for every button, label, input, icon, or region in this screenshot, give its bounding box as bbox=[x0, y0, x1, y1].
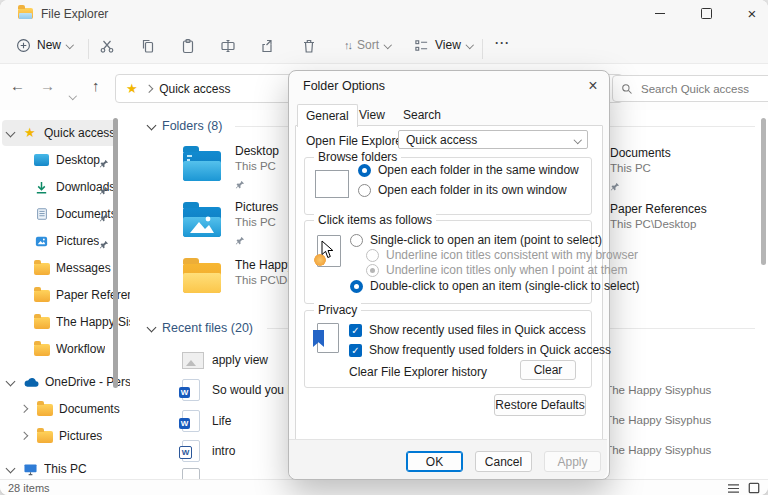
radio-disabled-selected-icon bbox=[366, 264, 379, 277]
desktop-folder-icon bbox=[183, 151, 221, 181]
recent-file-name: intro bbox=[212, 444, 235, 458]
details-view-icon[interactable] bbox=[727, 483, 740, 494]
recent-locations-button[interactable] bbox=[70, 84, 76, 102]
folder-icon bbox=[34, 263, 50, 275]
sidebar-item-onedrive-documents[interactable]: Documents bbox=[0, 396, 145, 422]
view-button[interactable]: View bbox=[408, 31, 478, 59]
pin-icon bbox=[235, 232, 245, 250]
view-icon bbox=[414, 38, 429, 53]
sidebar-item-desktop[interactable]: Desktop bbox=[0, 147, 145, 173]
cut-button[interactable] bbox=[94, 33, 120, 59]
sort-button[interactable]: ↑↓ Sort bbox=[338, 31, 397, 59]
minimize-button[interactable] bbox=[638, 0, 682, 26]
folder-icon bbox=[34, 317, 50, 329]
search-icon bbox=[621, 83, 633, 95]
up-button[interactable]: ↑ bbox=[92, 77, 100, 94]
search-box[interactable] bbox=[612, 75, 768, 102]
rename-button[interactable] bbox=[215, 33, 241, 59]
sidebar-item-workflow[interactable]: Workflow bbox=[0, 336, 145, 362]
image-file-icon bbox=[182, 352, 204, 369]
sidebar-item-label: This PC bbox=[44, 462, 87, 476]
close-button[interactable]: × bbox=[730, 0, 768, 26]
recent-file-path: \The Happy Sisyphus bbox=[602, 444, 758, 456]
quick-access-star-icon: ★ bbox=[126, 81, 138, 96]
checkbox-frequent-folders[interactable]: Show frequently used folders in Quick ac… bbox=[349, 343, 611, 357]
chevron-down-icon bbox=[573, 136, 581, 144]
new-button[interactable]: New bbox=[10, 31, 79, 59]
tile-name: Pictures bbox=[235, 200, 278, 214]
sidebar-item-quick-access[interactable]: ★ Quick access bbox=[0, 120, 145, 146]
copy-button[interactable] bbox=[135, 33, 161, 59]
pin-icon bbox=[99, 209, 109, 227]
paste-button[interactable] bbox=[175, 33, 201, 59]
folder-tile-documents[interactable]: Documents This PC bbox=[610, 145, 760, 199]
maximize-button[interactable] bbox=[684, 0, 728, 26]
open-to-dropdown[interactable]: Quick access bbox=[398, 130, 588, 149]
chevron-down-icon[interactable] bbox=[6, 377, 16, 387]
chevron-right-icon[interactable] bbox=[20, 432, 28, 440]
radio-same-window[interactable]: Open each folder in the same window bbox=[358, 163, 579, 177]
clear-history-label: Clear File Explorer history bbox=[349, 365, 487, 379]
share-button[interactable] bbox=[255, 33, 281, 59]
clear-button[interactable]: Clear bbox=[520, 360, 576, 380]
open-to-value: Quick access bbox=[406, 133, 477, 147]
recent-file-name: Life bbox=[212, 414, 231, 428]
search-input[interactable] bbox=[639, 82, 753, 96]
radio-disabled-icon bbox=[366, 249, 379, 262]
trash-icon bbox=[301, 38, 317, 54]
sidebar-item-paper-reference[interactable]: Paper Reference bbox=[0, 282, 145, 308]
large-icons-view-icon[interactable] bbox=[748, 482, 760, 494]
radio-single-click[interactable]: Single-click to open an item (point to s… bbox=[350, 233, 602, 247]
delete-button[interactable] bbox=[296, 33, 322, 59]
radio-selected-icon bbox=[358, 164, 371, 177]
main-scrollbar[interactable] bbox=[761, 118, 766, 265]
dialog-close-button[interactable]: × bbox=[582, 75, 604, 97]
tab-search[interactable]: Search bbox=[395, 104, 449, 125]
pin-icon bbox=[610, 178, 620, 196]
more-options-button[interactable]: ··· bbox=[495, 36, 510, 50]
sidebar-item-label: Pictures bbox=[56, 234, 99, 248]
section-collapse-icon[interactable] bbox=[147, 323, 157, 333]
section-collapse-icon[interactable] bbox=[147, 121, 157, 131]
cancel-button[interactable]: Cancel bbox=[475, 451, 532, 472]
sidebar-item-onedrive[interactable]: OneDrive - Perso bbox=[0, 369, 145, 395]
forward-button[interactable]: → bbox=[40, 77, 55, 94]
group-label: Privacy bbox=[314, 303, 361, 317]
radio-own-window[interactable]: Open each folder in its own window bbox=[358, 183, 567, 197]
checkbox-recent-files[interactable]: Show recently used files in Quick access bbox=[349, 323, 586, 337]
group-label: Click items as follows bbox=[314, 213, 436, 227]
folders-section-header[interactable]: Folders (8) bbox=[162, 119, 222, 133]
restore-defaults-button[interactable]: Restore Defaults bbox=[494, 394, 586, 416]
sidebar-item-onedrive-pictures[interactable]: Pictures bbox=[0, 423, 145, 449]
sidebar-item-label: Pictures bbox=[59, 429, 102, 443]
browse-folders-group: Browse folders Open each folder in the s… bbox=[304, 157, 592, 215]
copy-icon bbox=[140, 38, 156, 54]
radio-underline-consistent: Underline icon titles consistent with my… bbox=[366, 248, 638, 262]
pin-icon bbox=[235, 176, 245, 194]
chevron-down-icon[interactable] bbox=[6, 464, 16, 474]
sidebar: ★ Quick access Desktop Downloads Documen… bbox=[0, 110, 145, 479]
sidebar-scrollbar[interactable] bbox=[113, 118, 118, 388]
sidebar-item-label: Desktop bbox=[56, 153, 100, 167]
sidebar-item-downloads[interactable]: Downloads bbox=[0, 174, 145, 200]
folder-tile-paper-references[interactable]: Paper References This PC\Desktop bbox=[610, 201, 760, 241]
sidebar-item-the-happy-sisy[interactable]: The Happy Sisy bbox=[0, 309, 145, 335]
sidebar-item-messages[interactable]: Messages bbox=[0, 255, 145, 281]
chevron-down-icon bbox=[66, 41, 74, 49]
breadcrumb[interactable]: Quick access bbox=[159, 82, 230, 96]
tab-general[interactable]: General bbox=[297, 104, 358, 127]
recent-section-header[interactable]: Recent files (20) bbox=[162, 321, 253, 335]
radio-double-click[interactable]: Double-click to open an item (single-cli… bbox=[350, 279, 639, 293]
window-title: File Explorer bbox=[41, 7, 108, 21]
sidebar-item-documents[interactable]: Documents bbox=[0, 201, 145, 227]
new-label: New bbox=[37, 38, 61, 52]
yellow-folder-icon bbox=[183, 263, 221, 293]
back-button[interactable]: ← bbox=[10, 77, 25, 94]
sidebar-item-label: Messages bbox=[56, 261, 111, 275]
chevron-right-icon[interactable] bbox=[20, 405, 28, 413]
ok-button[interactable]: OK bbox=[406, 451, 463, 472]
sidebar-item-pictures[interactable]: Pictures bbox=[0, 228, 145, 254]
pictures-icon bbox=[34, 234, 49, 249]
sidebar-item-label: The Happy Sisy bbox=[56, 315, 130, 329]
toolbar-divider bbox=[88, 39, 89, 59]
